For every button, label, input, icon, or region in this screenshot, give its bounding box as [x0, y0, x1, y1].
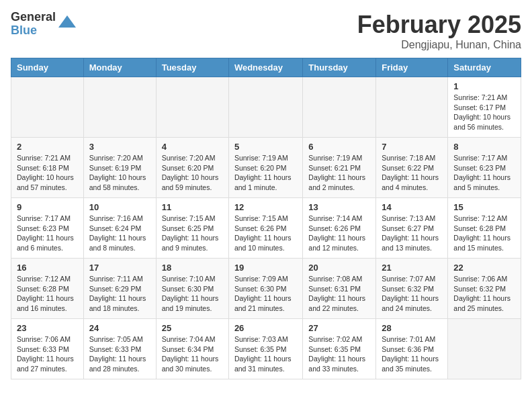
calendar-cell: 19Sunrise: 7:09 AM Sunset: 6:30 PM Dayli…: [228, 259, 302, 319]
month-title: February 2025: [357, 11, 521, 39]
day-number: 1: [453, 81, 515, 91]
day-info: Sunrise: 7:20 AM Sunset: 6:20 PM Dayligh…: [162, 153, 223, 193]
day-info: Sunrise: 7:05 AM Sunset: 6:33 PM Dayligh…: [89, 334, 150, 374]
calendar-cell: [376, 77, 448, 138]
day-number: 17: [89, 263, 150, 273]
day-info: Sunrise: 7:18 AM Sunset: 6:22 PM Dayligh…: [382, 153, 442, 193]
calendar-cell: 22Sunrise: 7:06 AM Sunset: 6:32 PM Dayli…: [448, 259, 521, 319]
day-info: Sunrise: 7:06 AM Sunset: 6:32 PM Dayligh…: [453, 274, 515, 314]
day-info: Sunrise: 7:12 AM Sunset: 6:28 PM Dayligh…: [453, 214, 515, 253]
calendar-cell: 9Sunrise: 7:17 AM Sunset: 6:23 PM Daylig…: [11, 198, 84, 259]
calendar-cell: 15Sunrise: 7:12 AM Sunset: 6:28 PM Dayli…: [448, 198, 521, 259]
day-info: Sunrise: 7:04 AM Sunset: 6:34 PM Dayligh…: [162, 334, 223, 374]
calendar-cell: 7Sunrise: 7:18 AM Sunset: 6:22 PM Daylig…: [376, 138, 448, 198]
day-number: 14: [382, 202, 442, 212]
week-row-4: 23Sunrise: 7:06 AM Sunset: 6:33 PM Dayli…: [11, 319, 521, 379]
calendar-cell: 5Sunrise: 7:19 AM Sunset: 6:20 PM Daylig…: [228, 138, 302, 198]
calendar-cell: 4Sunrise: 7:20 AM Sunset: 6:20 PM Daylig…: [156, 138, 228, 198]
title-section: February 2025 Dengjiapu, Hunan, China: [357, 11, 521, 51]
day-info: Sunrise: 7:01 AM Sunset: 6:36 PM Dayligh…: [382, 334, 442, 374]
calendar-cell: 28Sunrise: 7:01 AM Sunset: 6:36 PM Dayli…: [376, 319, 448, 379]
day-number: 2: [17, 142, 78, 152]
day-number: 28: [382, 323, 442, 333]
calendar-cell: 14Sunrise: 7:13 AM Sunset: 6:27 PM Dayli…: [376, 198, 448, 259]
day-number: 16: [17, 263, 78, 273]
page-header: General Blue February 2025 Dengjiapu, Hu…: [11, 11, 521, 51]
day-info: Sunrise: 7:12 AM Sunset: 6:28 PM Dayligh…: [17, 274, 78, 314]
day-number: 11: [162, 202, 223, 212]
calendar-body: 1Sunrise: 7:21 AM Sunset: 6:17 PM Daylig…: [11, 77, 521, 379]
day-number: 23: [17, 323, 78, 333]
day-number: 27: [308, 323, 370, 333]
day-number: 5: [234, 142, 297, 152]
week-row-1: 2Sunrise: 7:21 AM Sunset: 6:18 PM Daylig…: [11, 138, 521, 198]
day-number: 13: [308, 202, 370, 212]
day-info: Sunrise: 7:19 AM Sunset: 6:20 PM Dayligh…: [234, 153, 297, 193]
calendar-cell: [83, 77, 156, 138]
location: Dengjiapu, Hunan, China: [357, 39, 521, 51]
calendar-cell: [303, 77, 376, 138]
calendar-cell: 16Sunrise: 7:12 AM Sunset: 6:28 PM Dayli…: [11, 259, 84, 319]
header-friday: Friday: [376, 58, 448, 77]
logo-blue: Blue: [11, 24, 56, 38]
day-number: 8: [453, 142, 515, 152]
logo-icon: [57, 14, 77, 34]
calendar-cell: 13Sunrise: 7:14 AM Sunset: 6:26 PM Dayli…: [303, 198, 376, 259]
day-info: Sunrise: 7:19 AM Sunset: 6:21 PM Dayligh…: [308, 153, 370, 193]
calendar-cell: 27Sunrise: 7:02 AM Sunset: 6:35 PM Dayli…: [303, 319, 376, 379]
week-row-0: 1Sunrise: 7:21 AM Sunset: 6:17 PM Daylig…: [11, 77, 521, 138]
day-info: Sunrise: 7:07 AM Sunset: 6:32 PM Dayligh…: [382, 274, 442, 314]
calendar-cell: 26Sunrise: 7:03 AM Sunset: 6:35 PM Dayli…: [228, 319, 302, 379]
day-info: Sunrise: 7:15 AM Sunset: 6:25 PM Dayligh…: [162, 214, 223, 253]
day-info: Sunrise: 7:21 AM Sunset: 6:17 PM Dayligh…: [453, 93, 515, 132]
calendar-cell: 8Sunrise: 7:17 AM Sunset: 6:23 PM Daylig…: [448, 138, 521, 198]
day-info: Sunrise: 7:17 AM Sunset: 6:23 PM Dayligh…: [453, 153, 515, 193]
day-info: Sunrise: 7:14 AM Sunset: 6:26 PM Dayligh…: [308, 214, 370, 253]
header-wednesday: Wednesday: [228, 58, 302, 77]
day-number: 9: [17, 202, 78, 212]
day-number: 18: [162, 263, 223, 273]
calendar-cell: 21Sunrise: 7:07 AM Sunset: 6:32 PM Dayli…: [376, 259, 448, 319]
calendar-header: SundayMondayTuesdayWednesdayThursdayFrid…: [11, 58, 521, 77]
day-info: Sunrise: 7:16 AM Sunset: 6:24 PM Dayligh…: [89, 214, 150, 253]
calendar: SundayMondayTuesdayWednesdayThursdayFrid…: [11, 58, 521, 379]
header-thursday: Thursday: [303, 58, 376, 77]
header-saturday: Saturday: [448, 58, 521, 77]
logo-general: General: [11, 11, 56, 24]
day-number: 24: [89, 323, 150, 333]
day-number: 3: [89, 142, 150, 152]
day-number: 10: [89, 202, 150, 212]
calendar-cell: 24Sunrise: 7:05 AM Sunset: 6:33 PM Dayli…: [83, 319, 156, 379]
calendar-cell: [156, 77, 228, 138]
calendar-cell: [448, 319, 521, 379]
week-row-2: 9Sunrise: 7:17 AM Sunset: 6:23 PM Daylig…: [11, 198, 521, 259]
calendar-cell: 12Sunrise: 7:15 AM Sunset: 6:26 PM Dayli…: [228, 198, 302, 259]
calendar-cell: 3Sunrise: 7:20 AM Sunset: 6:19 PM Daylig…: [83, 138, 156, 198]
calendar-cell: 17Sunrise: 7:11 AM Sunset: 6:29 PM Dayli…: [83, 259, 156, 319]
calendar-cell: 25Sunrise: 7:04 AM Sunset: 6:34 PM Dayli…: [156, 319, 228, 379]
day-number: 21: [382, 263, 442, 273]
calendar-cell: [11, 77, 84, 138]
day-info: Sunrise: 7:10 AM Sunset: 6:30 PM Dayligh…: [162, 274, 223, 314]
day-info: Sunrise: 7:08 AM Sunset: 6:31 PM Dayligh…: [308, 274, 370, 314]
day-info: Sunrise: 7:13 AM Sunset: 6:27 PM Dayligh…: [382, 214, 442, 253]
day-number: 19: [234, 263, 297, 273]
day-info: Sunrise: 7:11 AM Sunset: 6:29 PM Dayligh…: [89, 274, 150, 314]
header-monday: Monday: [83, 58, 156, 77]
day-info: Sunrise: 7:09 AM Sunset: 6:30 PM Dayligh…: [234, 274, 297, 314]
calendar-cell: 11Sunrise: 7:15 AM Sunset: 6:25 PM Dayli…: [156, 198, 228, 259]
day-number: 4: [162, 142, 223, 152]
calendar-cell: 2Sunrise: 7:21 AM Sunset: 6:18 PM Daylig…: [11, 138, 84, 198]
calendar-cell: [228, 77, 302, 138]
svg-marker-0: [58, 15, 76, 28]
day-info: Sunrise: 7:06 AM Sunset: 6:33 PM Dayligh…: [17, 334, 78, 374]
day-number: 20: [308, 263, 370, 273]
day-number: 26: [234, 323, 297, 333]
day-info: Sunrise: 7:17 AM Sunset: 6:23 PM Dayligh…: [17, 214, 78, 253]
calendar-cell: 1Sunrise: 7:21 AM Sunset: 6:17 PM Daylig…: [448, 77, 521, 138]
day-number: 12: [234, 202, 297, 212]
day-number: 25: [162, 323, 223, 333]
day-number: 6: [308, 142, 370, 152]
day-info: Sunrise: 7:15 AM Sunset: 6:26 PM Dayligh…: [234, 214, 297, 253]
week-row-3: 16Sunrise: 7:12 AM Sunset: 6:28 PM Dayli…: [11, 259, 521, 319]
